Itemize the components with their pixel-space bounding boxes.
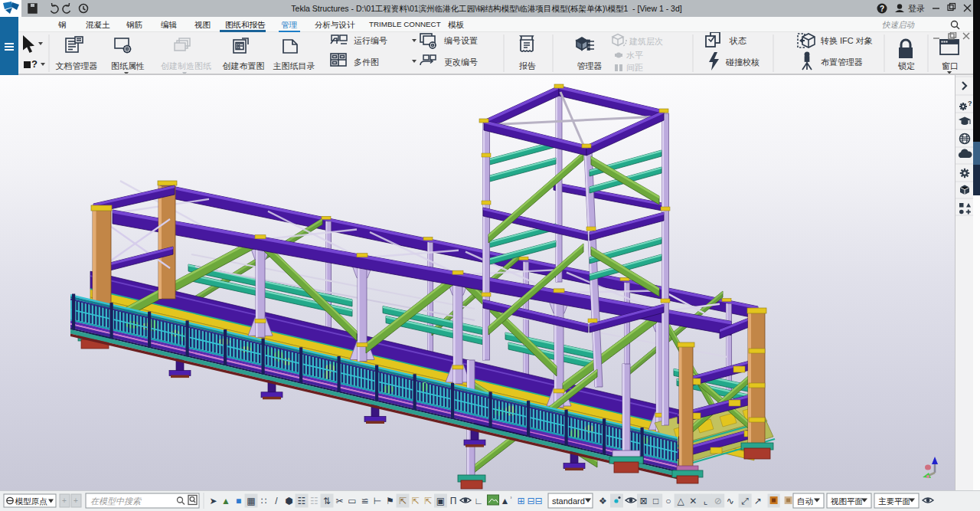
svg-text:创建布置图: 创建布置图 xyxy=(223,61,265,70)
svg-text:状态: 状态 xyxy=(729,36,746,45)
svg-text:□: □ xyxy=(653,496,658,506)
svg-text:Π: Π xyxy=(450,496,457,506)
svg-text:○: ○ xyxy=(665,496,671,506)
svg-text:⇅: ⇅ xyxy=(323,496,331,506)
svg-text:⇱: ⇱ xyxy=(411,496,419,506)
svg-text:多件图: 多件图 xyxy=(354,57,379,67)
svg-text:编号设置: 编号设置 xyxy=(444,36,478,45)
svg-text:▲: ▲ xyxy=(221,496,230,506)
svg-text:自动: 自动 xyxy=(797,496,813,506)
svg-text:创建制造图纸: 创建制造图纸 xyxy=(161,61,211,70)
svg-text:+: + xyxy=(62,496,67,505)
svg-text:管理器: 管理器 xyxy=(577,61,603,70)
svg-text:转换 IFC 对象: 转换 IFC 对象 xyxy=(820,36,873,45)
svg-text:报告: 报告 xyxy=(519,61,536,70)
svg-text:视图平面: 视图平面 xyxy=(831,496,863,506)
svg-text:∿: ∿ xyxy=(727,496,734,506)
svg-text:⊘: ⊘ xyxy=(714,496,722,506)
svg-text:运行编号: 运行编号 xyxy=(354,36,387,45)
svg-text:⊠: ⊠ xyxy=(639,496,647,506)
svg-text:⇱: ⇱ xyxy=(424,496,432,506)
svg-text:❖: ❖ xyxy=(599,496,607,506)
svg-text:standard: standard xyxy=(552,496,585,506)
svg-text:布置管理器: 布置管理器 xyxy=(821,57,863,67)
svg-text:⬢: ⬢ xyxy=(285,496,292,506)
svg-text:☷: ☷ xyxy=(310,496,318,506)
svg-text:⊟⊟: ⊟⊟ xyxy=(527,496,542,506)
svg-text:↗: ↗ xyxy=(754,496,762,506)
svg-text:⇱: ⇱ xyxy=(399,496,407,506)
svg-text:登录: 登录 xyxy=(908,4,925,13)
svg-text:▲ʾ: ▲ʾ xyxy=(501,496,513,506)
svg-text:✕: ✕ xyxy=(689,496,697,506)
svg-text:△: △ xyxy=(677,496,684,506)
svg-text:⚑: ⚑ xyxy=(386,496,394,506)
svg-text:锁定: 锁定 xyxy=(897,61,915,70)
svg-text:?: ? xyxy=(31,58,38,70)
svg-text:➤: ➤ xyxy=(209,496,217,506)
svg-text:⊢: ⊢ xyxy=(374,496,381,506)
svg-text:▣: ▣ xyxy=(436,496,445,506)
svg-text:建筑层次: 建筑层次 xyxy=(629,37,663,46)
svg-text:⌞: ⌞ xyxy=(704,496,708,506)
svg-text:窗口: 窗口 xyxy=(942,61,959,70)
svg-text:∟: ∟ xyxy=(474,496,483,506)
svg-text:∷: ∷ xyxy=(261,496,267,506)
svg-text:?: ? xyxy=(880,5,884,13)
svg-text:■: ■ xyxy=(236,496,241,506)
svg-text:≌: ≌ xyxy=(361,496,368,506)
svg-text:模型原点: 模型原点 xyxy=(15,496,48,506)
svg-text:▭: ▭ xyxy=(348,496,356,506)
svg-text:▦: ▦ xyxy=(247,496,255,506)
svg-text:间距: 间距 xyxy=(626,63,643,72)
svg-text:⊞: ⊞ xyxy=(517,496,524,506)
svg-text:⤢: ⤢ xyxy=(741,496,749,506)
svg-text:文档管理器: 文档管理器 xyxy=(56,61,98,70)
svg-text:图纸属性: 图纸属性 xyxy=(111,61,145,70)
svg-text:水平: 水平 xyxy=(626,51,643,60)
svg-text:主图纸目录: 主图纸目录 xyxy=(273,61,315,70)
svg-text:更改编号: 更改编号 xyxy=(444,57,478,67)
svg-text:主要平面: 主要平面 xyxy=(878,496,910,506)
svg-text:✂: ✂ xyxy=(335,496,343,506)
svg-text:+: + xyxy=(74,496,78,505)
svg-text:在模型中搜索: 在模型中搜索 xyxy=(90,496,142,506)
svg-text:☷: ☷ xyxy=(298,496,306,506)
svg-text:?: ? xyxy=(968,100,972,107)
svg-text:碰撞校核: 碰撞校核 xyxy=(725,57,760,67)
